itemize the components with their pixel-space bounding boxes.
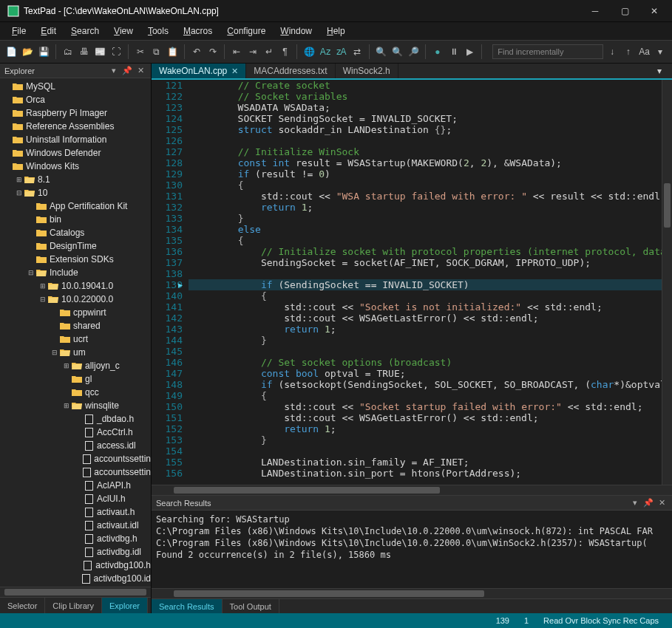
tree-node[interactable]: ⊟um (0, 346, 151, 359)
tree-node[interactable]: MySQL (0, 80, 151, 93)
tree-node[interactable]: activdbg100.id (0, 572, 151, 585)
tabs-menu-icon[interactable]: ▾ (657, 66, 672, 76)
editor-hscroll[interactable] (152, 485, 672, 495)
tab-close-icon[interactable]: ✕ (231, 66, 238, 76)
explorer-hscroll[interactable] (0, 587, 151, 597)
sort-az-icon[interactable]: Aᴢ (318, 44, 333, 60)
save-icon[interactable]: 💾 (36, 44, 51, 60)
find-icon[interactable]: 🔍 (374, 44, 389, 60)
pilcrow-icon[interactable]: ¶ (278, 44, 293, 60)
tree-node[interactable]: ucrt (0, 332, 151, 346)
print-preview-icon[interactable]: 📰 (93, 44, 108, 60)
menu-help[interactable]: Help (321, 24, 351, 38)
editor-tab[interactable]: WinSock2.h (336, 64, 398, 78)
tree-node[interactable]: activdbg100.h (0, 559, 151, 572)
toolbar-menu-icon[interactable]: ▾ (653, 44, 668, 60)
tree-node[interactable]: Reference Assemblies (0, 120, 151, 133)
maximize-button[interactable]: ▢ (610, 0, 639, 22)
twisty-icon[interactable]: ⊞ (38, 282, 47, 290)
tree-node[interactable]: ⊞8.1 (0, 173, 151, 186)
search-hscroll[interactable] (152, 588, 672, 598)
tree-node[interactable]: Raspberry Pi Imager (0, 106, 151, 120)
tree-node[interactable]: qcc (0, 386, 151, 399)
tree-node[interactable]: ⊟10.0.22000.0 (0, 293, 151, 306)
panel-pin-icon[interactable]: 📌 (121, 65, 133, 77)
find-files-icon[interactable]: 🔎 (407, 44, 421, 60)
tree-node[interactable]: ⊞alljoyn_c (0, 359, 151, 372)
panel-dropdown-icon[interactable]: ▾ (108, 65, 120, 77)
copy-icon[interactable]: ⧉ (149, 44, 164, 60)
record-icon[interactable]: ● (430, 44, 445, 60)
fullscreen-icon[interactable]: ⛶ (109, 44, 123, 60)
tree-node[interactable]: activaut.h (0, 505, 151, 519)
manage-icon[interactable]: 🗂 (61, 44, 75, 60)
tree-node[interactable]: Extension SDKs (0, 253, 151, 266)
output-tab-search-results[interactable]: Search Results (152, 599, 223, 613)
tree-node[interactable]: gl (0, 372, 151, 386)
editor-tab[interactable]: WakeOnLAN.cpp✕ (152, 64, 246, 78)
tree-node[interactable]: shared (0, 319, 151, 332)
tree-node[interactable]: DesignTime (0, 239, 151, 253)
tree-node[interactable]: cppwinrt (0, 306, 151, 319)
twisty-icon[interactable]: ⊞ (62, 362, 71, 369)
sidebar-tab-explorer[interactable]: Explorer (102, 598, 148, 613)
twisty-icon[interactable]: ⊟ (50, 349, 59, 356)
menu-file[interactable]: File (6, 24, 32, 38)
find-next-icon[interactable]: 🔍 (390, 44, 405, 60)
close-button[interactable]: ✕ (639, 0, 669, 22)
tree-node[interactable]: Windows Defender (0, 146, 151, 160)
print-icon[interactable]: 🖶 (77, 44, 92, 60)
menu-macros[interactable]: Macros (177, 24, 218, 38)
tree-node[interactable]: Windows Kits (0, 160, 151, 173)
tree-node[interactable]: AclAPI.h (0, 479, 151, 492)
tree-node[interactable]: AclUI.h (0, 492, 151, 505)
tree-node[interactable]: _dbdao.h (0, 412, 151, 426)
indent-right-icon[interactable]: ⇥ (245, 44, 260, 60)
undo-icon[interactable]: ↶ (189, 44, 204, 60)
play-icon[interactable]: ▶ (463, 44, 478, 60)
web-icon[interactable]: 🌐 (302, 44, 316, 60)
twisty-icon[interactable]: ⊟ (15, 189, 24, 197)
tree-node[interactable]: activaut.idl (0, 519, 151, 532)
search-dropdown-icon[interactable]: ▾ (629, 497, 641, 509)
redo-icon[interactable]: ↷ (206, 44, 220, 60)
compare-icon[interactable]: ⇄ (350, 44, 364, 60)
tree-node[interactable]: bin (0, 213, 151, 226)
tree-node[interactable]: accountssettin (0, 465, 151, 479)
twisty-icon[interactable]: ⊟ (27, 269, 35, 276)
search-close-icon[interactable]: ✕ (656, 497, 668, 509)
find-down-icon[interactable]: ↓ (605, 44, 620, 60)
twisty-icon[interactable]: ⊞ (62, 402, 71, 409)
menu-window[interactable]: Window (274, 24, 318, 38)
tree-node[interactable]: access.idl (0, 439, 151, 452)
code-editor[interactable]: 121 // Create socket122 // Socket variab… (152, 80, 672, 485)
output-tab-tool-output[interactable]: Tool Output (223, 599, 279, 613)
find-up-icon[interactable]: ↑ (621, 44, 636, 60)
tree-node[interactable]: Catalogs (0, 226, 151, 239)
new-file-icon[interactable]: 📄 (4, 44, 19, 60)
minimize-button[interactable]: ─ (580, 0, 610, 22)
search-pin-icon[interactable]: 📌 (642, 497, 654, 509)
search-output[interactable]: Searching for: WSAStartup C:\Program Fil… (152, 511, 672, 588)
pause-icon[interactable]: ⏸ (447, 44, 461, 60)
tree-node[interactable]: App Certification Kit (0, 199, 151, 213)
cut-icon[interactable]: ✂ (133, 44, 148, 60)
find-input[interactable]: Find incrementally (492, 44, 603, 59)
tree-node[interactable]: ⊟Include (0, 266, 151, 279)
panel-close-icon[interactable]: ✕ (135, 65, 146, 77)
tree-node[interactable]: ⊞10.0.19041.0 (0, 279, 151, 293)
file-tree[interactable]: MySQLOrcaRaspberry Pi ImagerReference As… (0, 78, 151, 587)
sort-za-icon[interactable]: ᴢA (334, 44, 349, 60)
tree-node[interactable]: ⊞winsqlite (0, 399, 151, 412)
tree-node[interactable]: activdbg.h (0, 532, 151, 545)
tree-node[interactable]: Orca (0, 93, 151, 106)
editor-tab[interactable]: MACAddresses.txt (246, 64, 335, 78)
menu-view[interactable]: View (108, 24, 139, 38)
paste-icon[interactable]: 📋 (165, 44, 180, 60)
tree-node[interactable]: accountssettin (0, 452, 151, 465)
twisty-icon[interactable]: ⊞ (15, 176, 24, 183)
open-file-icon[interactable]: 📂 (21, 44, 35, 60)
tree-node[interactable]: ⊟10 (0, 186, 151, 199)
wrap-icon[interactable]: ↵ (262, 44, 276, 60)
menu-edit[interactable]: Edit (35, 24, 62, 38)
